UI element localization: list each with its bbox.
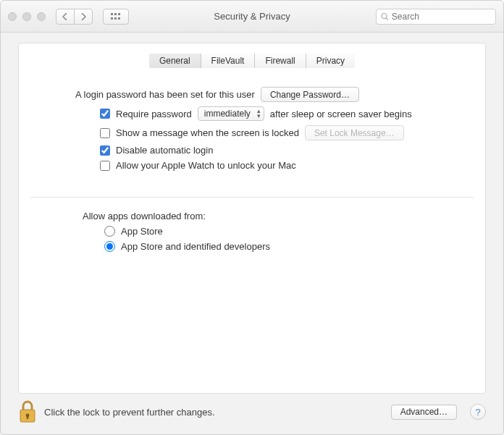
gatekeeper-option-identified[interactable]: App Store and identified developers [104,241,445,252]
lock-text: Click the lock to prevent further change… [44,407,384,418]
gatekeeper-label-identified: App Store and identified developers [121,241,270,252]
preferences-window: Security & Privacy General FileVault Fir… [0,0,504,435]
gatekeeper-heading: Allow apps downloaded from: [83,211,445,221]
grid-icon [111,13,121,20]
require-password-row: Require password immediately ▴▾ after sl… [75,106,445,121]
show-message-checkbox[interactable] [100,128,110,138]
chevron-right-icon [80,13,86,20]
svg-rect-2 [118,13,120,15]
password-delay-select[interactable]: immediately ▴▾ [198,106,264,121]
apple-watch-checkbox[interactable] [100,161,110,171]
tab-row: General FileVault Firewall Privacy [19,43,485,75]
svg-rect-4 [114,17,117,20]
search-field[interactable] [376,9,496,25]
show-message-row: Show a message when the screen is locked… [75,125,445,140]
after-sleep-text: after sleep or screen saver begins [270,109,412,119]
gatekeeper-section: Allow apps downloaded from: App Store Ap… [19,200,485,259]
disable-auto-login-checkbox[interactable] [100,145,110,156]
password-delay-value: immediately [204,109,251,119]
zoom-window-button[interactable] [37,12,46,21]
gatekeeper-radio-identified[interactable] [104,241,115,252]
advanced-button[interactable]: Advanced… [391,405,457,420]
close-window-button[interactable] [8,12,17,21]
gatekeeper-radio-appstore[interactable] [104,226,115,237]
chevron-left-icon [62,13,68,20]
show-all-button[interactable] [103,9,129,25]
back-button[interactable] [56,9,75,25]
tab-firewall[interactable]: Firewall [255,54,306,68]
svg-rect-0 [111,13,113,15]
forward-button[interactable] [74,9,93,25]
minimize-window-button[interactable] [22,12,31,21]
password-set-text: A login password has been set for this u… [75,89,255,100]
password-set-row: A login password has been set for this u… [75,87,445,102]
gatekeeper-options: App Store App Store and identified devel… [83,226,445,252]
content-area: General FileVault Firewall Privacy A log… [1,33,503,394]
set-lock-message-button[interactable]: Set Lock Message… [305,125,404,140]
require-password-checkbox[interactable] [100,109,110,119]
apple-watch-row: Allow your Apple Watch to unlock your Ma… [75,160,445,171]
question-mark-icon: ? [475,407,480,418]
window-controls [8,12,46,21]
disable-auto-login-row: Disable automatic login [75,145,445,156]
updown-icon: ▴▾ [257,109,261,119]
titlebar: Security & Privacy [1,1,503,33]
search-input[interactable] [392,12,491,22]
svg-rect-3 [111,17,113,20]
login-section: A login password has been set for this u… [19,75,485,182]
gatekeeper-label-appstore: App Store [121,226,163,237]
svg-rect-5 [118,17,120,20]
tab-filevault[interactable]: FileVault [201,54,256,68]
apple-watch-label: Allow your Apple Watch to unlock your Ma… [116,160,296,171]
svg-point-6 [382,13,387,18]
svg-line-7 [386,17,388,20]
settings-panel: General FileVault Firewall Privacy A log… [18,43,486,394]
lock-icon[interactable] [18,400,37,423]
show-message-label: Show a message when the screen is locked [116,127,299,138]
svg-rect-1 [114,13,117,15]
tab-segmented-control: General FileVault Firewall Privacy [149,54,355,68]
gatekeeper-option-appstore[interactable]: App Store [104,226,445,237]
tab-privacy[interactable]: Privacy [306,54,355,68]
tab-general[interactable]: General [149,54,201,68]
footer: Click the lock to prevent further change… [1,394,503,434]
search-icon [381,12,389,21]
section-divider [30,197,474,198]
change-password-button[interactable]: Change Password… [261,87,359,102]
require-password-label: Require password [116,109,192,119]
help-button[interactable]: ? [470,404,486,420]
disable-auto-login-label: Disable automatic login [116,145,213,156]
nav-buttons [56,9,93,25]
svg-rect-11 [27,415,28,419]
